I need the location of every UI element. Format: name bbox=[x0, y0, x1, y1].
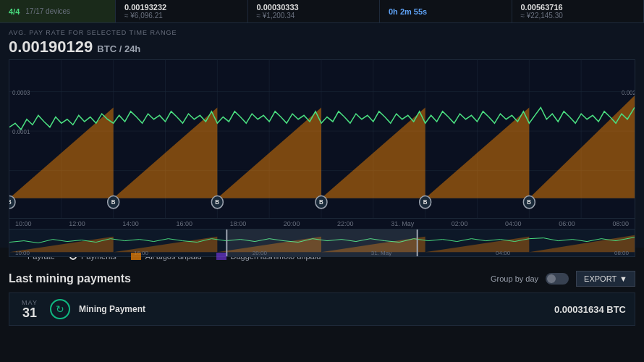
payment-info: Mining Payment bbox=[79, 304, 546, 314]
svg-text:0.0024: 0.0024 bbox=[622, 89, 635, 96]
export-button[interactable]: EXPORT ▼ bbox=[576, 271, 635, 287]
payments-controls: Group by day EXPORT ▼ bbox=[491, 271, 635, 287]
payments-section: Last mining payments Group by day EXPORT… bbox=[0, 265, 644, 332]
group-by-day-label: Group by day bbox=[491, 274, 538, 283]
svg-marker-20 bbox=[529, 96, 635, 198]
devices-stat: 4/4 17/17 devices bbox=[0, 0, 116, 22]
payment-date: MAY 31 bbox=[18, 299, 41, 319]
payment-row: MAY 31 ↻ Mining Payment 0.00031634 BTC bbox=[9, 292, 635, 326]
btc4-value: 0.00563716 bbox=[521, 3, 563, 12]
group-by-day-toggle[interactable] bbox=[546, 273, 569, 285]
svg-text:B: B bbox=[9, 198, 12, 206]
payment-name: Mining Payment bbox=[79, 304, 546, 314]
payments-header: Last mining payments Group by day EXPORT… bbox=[9, 271, 635, 287]
payment-amount: 0.00031634 BTC bbox=[554, 304, 626, 315]
svg-text:0.0001: 0.0001 bbox=[12, 128, 30, 135]
svg-text:B: B bbox=[423, 198, 428, 206]
mini-chart[interactable]: 10:00 16:00 20:00 31. May 04:00 08:00 bbox=[9, 230, 635, 257]
payments-title: Last mining payments bbox=[9, 272, 131, 285]
svg-text:B: B bbox=[319, 198, 323, 206]
time-stat: 0h 2m 55s bbox=[380, 0, 512, 22]
btc2-jpy: ≈ ¥1,200.34 bbox=[257, 12, 299, 20]
time-value: 0h 2m 55s bbox=[389, 7, 427, 16]
devices-label: 17/17 devices bbox=[25, 7, 70, 15]
btc4-jpy: ≈ ¥22,145.30 bbox=[521, 12, 563, 20]
legend-dagger-box bbox=[216, 253, 226, 260]
btc2-value: 0.00030333 bbox=[257, 3, 299, 12]
chart-label: AVG. PAY RATE FOR SELECTED TIME RANGE bbox=[9, 29, 635, 36]
download-icon: ▼ bbox=[619, 274, 627, 283]
main-chart[interactable]: 0.0003 0.0001 0.0024 B B B B B B bbox=[9, 59, 635, 219]
payment-day: 31 bbox=[22, 306, 37, 319]
svg-text:B: B bbox=[527, 198, 531, 206]
legend-all-algos-box bbox=[131, 253, 141, 260]
btc4-stat: 0.00563716 ≈ ¥22,145.30 bbox=[512, 0, 645, 22]
svg-text:0.0003: 0.0003 bbox=[12, 89, 30, 96]
x-axis-labels: 10:00 12:00 14:00 16:00 18:00 20:00 22:0… bbox=[9, 219, 635, 230]
devices-value: 4/4 bbox=[9, 7, 20, 16]
btc1-value: 0.00193232 bbox=[124, 3, 166, 12]
chart-svg: 0.0003 0.0001 0.0024 B B B B B B bbox=[9, 60, 635, 218]
payment-icon: ↻ bbox=[50, 299, 70, 319]
btc1-stat: 0.00193232 ≈ ¥6,096.21 bbox=[116, 0, 248, 22]
avg-rate: 0.00190129 BTC / 24h bbox=[9, 38, 635, 56]
chart-section: AVG. PAY RATE FOR SELECTED TIME RANGE 0.… bbox=[0, 23, 644, 248]
svg-text:B: B bbox=[215, 198, 219, 206]
btc2-stat: 0.00030333 ≈ ¥1,200.34 bbox=[248, 0, 381, 22]
svg-text:B: B bbox=[111, 198, 116, 206]
btc1-jpy: ≈ ¥6,096.21 bbox=[124, 12, 166, 20]
top-stats-bar: 4/4 17/17 devices 0.00193232 ≈ ¥6,096.21… bbox=[0, 0, 644, 23]
